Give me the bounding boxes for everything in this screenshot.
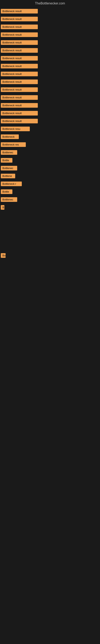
list-item: Bottleneck result: [0, 39, 100, 47]
list-item: Bottlenec: [0, 149, 100, 157]
bottleneck-badge[interactable]: Bottleneck result: [1, 72, 38, 76]
list-item: [0, 222, 100, 232]
list-item: Bottleneck result: [0, 70, 100, 78]
bottleneck-badge[interactable]: Bottlenec: [1, 150, 17, 155]
list-item: [0, 232, 100, 242]
bottleneck-badge[interactable]: Bottleneck result: [1, 9, 38, 14]
bottleneck-badge[interactable]: Bottlene: [1, 174, 15, 178]
list-item: [0, 270, 100, 280]
list-item: [0, 212, 100, 222]
bottleneck-badge[interactable]: Bottlenec: [1, 197, 17, 202]
bottleneck-badge[interactable]: Bottle: [1, 190, 12, 194]
bottleneck-badge[interactable]: Bottleneck result: [1, 40, 38, 45]
bottleneck-badge[interactable]: Bottleneck result: [1, 32, 38, 37]
list-item: [0, 290, 100, 300]
list-item: [0, 280, 100, 290]
list-item: Bottleneck result: [0, 31, 100, 39]
list-item: Bottleneck r: [0, 180, 100, 188]
bottleneck-badge[interactable]: Bottleneck result: [1, 48, 38, 53]
bottleneck-badge[interactable]: Bottlenec: [1, 166, 17, 170]
bottleneck-badge[interactable]: Bottleneck result: [1, 17, 38, 21]
bottleneck-badge[interactable]: Bottleneck result: [1, 87, 38, 92]
list-item: Bottle: [0, 157, 100, 164]
bottleneck-badge[interactable]: Bottleneck result: [1, 24, 38, 29]
bottleneck-badge[interactable]: Bottleneck r: [1, 182, 22, 186]
list-item: Bottleneck result: [0, 86, 100, 94]
list-item: Bottleneck result: [0, 47, 100, 55]
bottleneck-badge[interactable]: Bottleneck result: [1, 119, 38, 123]
list-item: Bottle: [0, 188, 100, 196]
list-item: [0, 260, 100, 270]
list-item: Bottleneck result: [0, 55, 100, 62]
bottleneck-badge[interactable]: Bottleneck result: [1, 64, 38, 68]
bottleneck-badge[interactable]: Bottleneck result: [1, 80, 38, 84]
list-item: Bottleneck resu: [0, 126, 100, 133]
bottleneck-badge[interactable]: Bottle: [1, 158, 12, 162]
list-item: Bottleneck result: [0, 23, 100, 31]
bottleneck-badge[interactable]: Bottleneck: [1, 134, 19, 139]
site-title: TheBottlenecker.com: [0, 0, 100, 7]
list-item: [0, 310, 100, 320]
list-item: Bottleneck result: [0, 94, 100, 102]
bottleneck-badge[interactable]: Bottleneck resu: [1, 126, 30, 131]
bottleneck-badge[interactable]: Bottleneck result: [1, 56, 38, 60]
list-item: Bottleneck result: [0, 16, 100, 23]
bottleneck-badge[interactable]: Bottleneck res: [1, 142, 26, 147]
list-item: Bottlene: [0, 172, 100, 180]
list-item: Bottleneck result: [0, 8, 100, 16]
bottleneck-list: Bottleneck resultBottleneck resultBottle…: [0, 7, 100, 321]
site-header: TheBottlenecker.com: [0, 0, 100, 7]
list-item: Bottleneck result: [0, 110, 100, 118]
list-item: Bottleneck res: [0, 141, 100, 149]
bottleneck-badge[interactable]: Bottleneck result: [1, 95, 38, 100]
list-item: [0, 300, 100, 310]
list-item: Bottleneck result: [0, 102, 100, 110]
bottleneck-badge[interactable]: Bo: [1, 253, 6, 258]
list-item: Bo: [0, 252, 100, 260]
bottleneck-badge[interactable]: B: [1, 205, 4, 210]
list-item: [0, 242, 100, 252]
list-item: Bottleneck result: [0, 62, 100, 70]
list-item: Bottlenec: [0, 164, 100, 172]
list-item: B: [0, 204, 100, 212]
list-item: Bottleneck result: [0, 118, 100, 126]
list-item: Bottleneck: [0, 133, 100, 141]
list-item: Bottlenec: [0, 196, 100, 204]
list-item: Bottleneck result: [0, 78, 100, 86]
bottleneck-badge[interactable]: Bottleneck result: [1, 111, 38, 116]
bottleneck-badge[interactable]: Bottleneck result: [1, 103, 38, 108]
